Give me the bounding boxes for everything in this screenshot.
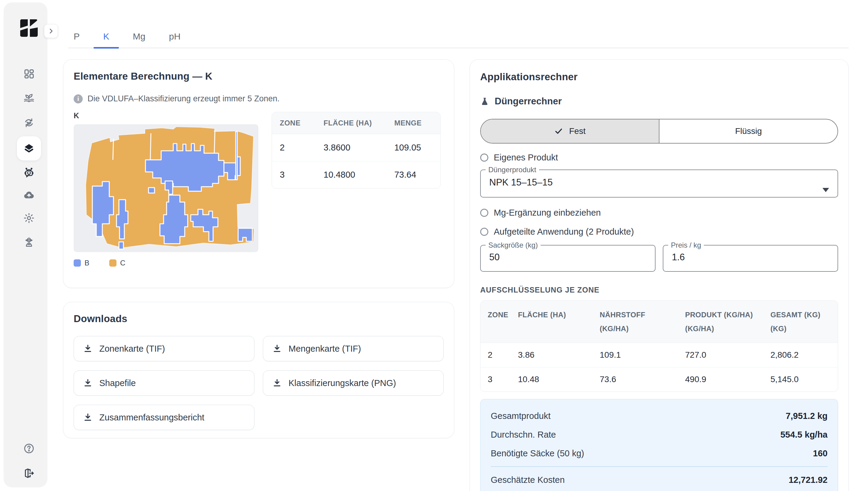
download-mengenkarte-button[interactable]: Mengenkarte (TIF) xyxy=(263,336,444,361)
nutrient-tabs: P K Mg pH xyxy=(68,25,849,48)
zone-cell: 2 xyxy=(272,134,316,161)
checkbox-aufgeteilte-anwendung[interactable]: Aufgeteilte Anwendung (2 Produkte) xyxy=(480,227,838,237)
calculator-title: Applikationsrechner xyxy=(480,71,838,83)
download-button-label: Mengenkarte (TIF) xyxy=(288,344,361,354)
zone-table-header-zone: ZONE xyxy=(272,112,316,134)
breakdown-header-naehrstoff: NÄHRSTOFF (KG/HA) xyxy=(592,301,678,343)
download-icon xyxy=(83,344,93,353)
elemental-card-title: Elementare Berechnung — K xyxy=(74,70,444,82)
menge-cell: 109.05 xyxy=(386,134,440,161)
checkbox-mg-ergaenzung[interactable]: Mg-Ergänzung einbeziehen xyxy=(480,208,838,218)
tab-ph[interactable]: pH xyxy=(167,25,182,48)
elemental-calculation-card: Elementare Berechnung — K i Die VDLUFA–K… xyxy=(63,59,454,288)
legend-swatch-c xyxy=(109,259,116,267)
zone-breakdown-table: ZONE FLÄCHE (HA) NÄHRSTOFF (KG/HA) PRODU… xyxy=(480,300,838,392)
download-klassifizierungskarte-button[interactable]: Klassifizierungskarte (PNG) xyxy=(263,370,444,396)
downloads-title: Downloads xyxy=(74,313,444,324)
table-row: 2 3.86 109.1 727.0 2,806.2 xyxy=(480,343,838,367)
toggle-fluessig[interactable]: Flüssig xyxy=(660,119,838,143)
logout-icon xyxy=(23,467,35,479)
zone-table-header-flaeche: FLÄCHE (HA) xyxy=(316,112,386,134)
sidebar-item-dashboard[interactable] xyxy=(17,62,41,86)
summary-value: 160 xyxy=(813,449,828,458)
tab-p[interactable]: P xyxy=(72,25,82,48)
cloud-upload-icon xyxy=(23,190,35,201)
farmer-icon xyxy=(23,236,35,248)
application-calculator-card: Applikationsrechner Düngerrechner Fest F… xyxy=(470,59,849,491)
preis-input[interactable] xyxy=(663,250,820,271)
gesamt-cell: 5,145.0 xyxy=(763,367,838,392)
download-button-label: Klassifizierungskarte (PNG) xyxy=(288,378,396,388)
summary-label: Durchschn. Rate xyxy=(491,430,556,440)
summary-row-durchschn-rate: Durchschn. Rate 554.5 kg/ha xyxy=(491,425,828,444)
preis-label: Preis / kg xyxy=(668,241,704,250)
checkbox-label: Mg-Ergänzung einbeziehen xyxy=(494,208,601,218)
breakdown-header-zone: ZONE xyxy=(480,301,511,343)
map-legend: B C xyxy=(74,259,258,267)
toggle-fest[interactable]: Fest xyxy=(481,119,660,143)
fertilizer-type-toggle: Fest Flüssig xyxy=(480,119,838,144)
zone-cell: 3 xyxy=(480,367,511,392)
summary-value: 12,721.92 xyxy=(789,475,828,485)
preis-field: Preis / kg xyxy=(663,241,838,272)
fertilizer-calculator-subtitle: Düngerrechner xyxy=(495,96,562,107)
zone-map-column: K xyxy=(74,111,258,267)
help-icon xyxy=(23,443,35,454)
legend-item-c: C xyxy=(109,259,125,267)
tab-k[interactable]: K xyxy=(102,25,111,48)
download-zusammenfassungsbericht-button[interactable]: Zusammenfassungsbericht xyxy=(74,405,254,430)
crop-rotation-icon xyxy=(23,117,35,128)
zone-amount-table: ZONE FLÄCHE (HA) MENGE 2 3.8600 109.05 3… xyxy=(272,112,441,189)
check-icon xyxy=(554,127,563,136)
flaeche-cell: 3.8600 xyxy=(316,134,386,161)
flaeche-cell: 10.4800 xyxy=(316,161,386,189)
naehrstoff-cell: 109.1 xyxy=(592,343,678,367)
download-icon xyxy=(272,378,282,388)
legend-label-b: B xyxy=(85,259,89,267)
sidebar-item-farmer[interactable] xyxy=(17,230,41,254)
summary-value: 7,951.2 kg xyxy=(786,411,828,421)
sidebar xyxy=(4,2,47,487)
checkbox-label: Aufgeteilte Anwendung (2 Produkte) xyxy=(494,227,634,237)
summary-row-geschaetzte-kosten: Geschätzte Kosten 12,721.92 xyxy=(491,466,828,489)
produkt-cell: 727.0 xyxy=(678,343,763,367)
legend-item-b: B xyxy=(74,259,89,267)
breakdown-header-flaeche: FLÄCHE (HA) xyxy=(511,301,592,343)
crops-icon xyxy=(23,92,35,104)
table-row: 2 3.8600 109.05 xyxy=(272,134,440,161)
sackgroesse-input[interactable] xyxy=(481,250,637,271)
checkbox-circle[interactable] xyxy=(480,209,488,217)
sidebar-item-crop-rotation[interactable] xyxy=(17,111,41,135)
sidebar-expand-button[interactable] xyxy=(44,24,58,38)
produkt-cell: 490.9 xyxy=(678,367,763,392)
tab-mg[interactable]: Mg xyxy=(131,25,147,48)
duengerprodukt-select[interactable]: Düngerprodukt NPK 15–15–15 xyxy=(480,166,838,198)
checkbox-eigenes-produkt[interactable]: Eigenes Produkt xyxy=(480,153,838,163)
zone-cell: 2 xyxy=(480,343,511,367)
sidebar-item-layers[interactable] xyxy=(17,136,41,161)
sidebar-item-assistant[interactable] xyxy=(17,161,41,185)
dashboard-icon xyxy=(23,68,35,80)
checkbox-circle[interactable] xyxy=(480,153,488,162)
sun-icon xyxy=(23,212,35,224)
duengerprodukt-label: Düngerprodukt xyxy=(485,166,539,174)
summary-label: Geschätzte Kosten xyxy=(491,475,565,485)
breakdown-header-produkt: PRODUKT (KG/HA) (KG/HA) xyxy=(678,301,763,343)
sidebar-item-crops[interactable] xyxy=(17,86,41,110)
menge-cell: 73.64 xyxy=(386,161,440,189)
sidebar-item-sun[interactable] xyxy=(17,206,41,230)
sidebar-item-help[interactable] xyxy=(17,436,41,461)
summary-value: 554.5 kg/ha xyxy=(781,430,828,440)
download-shapefile-button[interactable]: Shapefile xyxy=(74,370,254,396)
flask-icon xyxy=(480,97,489,106)
sidebar-item-upload[interactable] xyxy=(17,183,41,207)
cost-summary-box: Gesamtprodukt 7,951.2 kg Durchschn. Rate… xyxy=(480,399,838,491)
download-zonenkarte-button[interactable]: Zonenkarte (TIF) xyxy=(74,336,254,361)
checkbox-circle[interactable] xyxy=(480,228,488,236)
sackgroesse-field: Sackgröße (kg) xyxy=(480,241,655,272)
vdlufa-info-text: Die VDLUFA–Klassifizierung erzeugt immer… xyxy=(87,94,279,104)
summary-row-gesamtprodukt: Gesamtprodukt 7,951.2 kg xyxy=(491,407,828,425)
sidebar-item-logout[interactable] xyxy=(17,461,41,485)
info-icon: i xyxy=(74,94,83,104)
download-button-label: Shapefile xyxy=(99,378,136,388)
